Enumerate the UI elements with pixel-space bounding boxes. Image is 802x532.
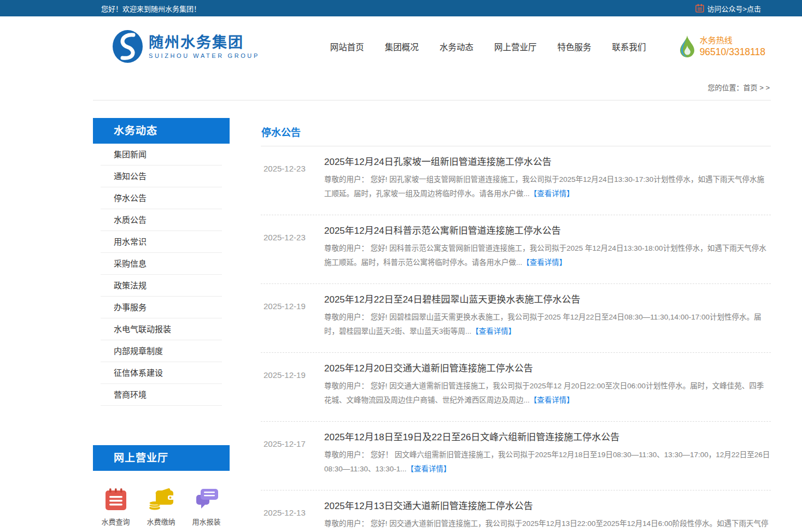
service-water-install[interactable]: 用水报装 bbox=[184, 486, 229, 527]
sidebar-item[interactable]: 内部规章制度 bbox=[101, 340, 222, 362]
notice-date: 2025-12-23 bbox=[261, 156, 324, 215]
sidebar-hall-header: 网上营业厅 bbox=[93, 445, 230, 471]
view-details-link[interactable]: 【查看详情】 bbox=[471, 327, 516, 335]
notice-title-link[interactable]: 2025年12月20日交通大道新旧管连接施工停水公告 bbox=[324, 362, 771, 375]
notice-date: 2025-12-19 bbox=[261, 362, 324, 421]
nav-item[interactable]: 特色服务 bbox=[547, 35, 601, 58]
online-hall-section: 网上营业厅 水费查询 bbox=[93, 445, 230, 532]
sidebar-item[interactable]: 征信体系建设 bbox=[101, 362, 222, 384]
welcome-message: 您好！欢迎来到随州水务集团！ bbox=[101, 3, 201, 14]
sidebar-item[interactable]: 停水公告 bbox=[101, 187, 222, 209]
site-header: 随州水务集团 SUIZHOU WATER GROUP 网站首页集团概况水务动态网… bbox=[0, 16, 802, 76]
sidebar-menu: 集团新闻通知公告停水公告水质公告用水常识采购信息政策法规办事服务水电气联动报装内… bbox=[93, 144, 230, 406]
calendar-list-icon bbox=[695, 4, 704, 13]
notice-item: 2025-12-17 2025年12月18日至19日及22日至26日文峰六组新旧… bbox=[261, 422, 771, 490]
service-bill-query[interactable]: 水费查询 bbox=[93, 486, 138, 527]
notice-summary: 尊敬的用户： 您好! 因科普示范公寓支管网新旧管道连接施工，我公司拟于2025 … bbox=[324, 241, 771, 270]
notice-item: 2025-12-23 2025年12月24日科普示范公寓新旧管道连接施工停水公告… bbox=[261, 215, 771, 284]
notice-summary: 尊敬的用户： 您好！ 因文峰六组需新旧管连接施工，我公司拟于2025年12月18… bbox=[324, 448, 771, 476]
hotline-label: 水务热线 bbox=[700, 35, 765, 46]
service-grid: 水费查询 水费缴纳 bbox=[93, 471, 230, 532]
nav-item[interactable]: 联系我们 bbox=[601, 35, 656, 58]
main-nav: 网站首页集团概况水务动态网上营业厅特色服务联系我们 bbox=[320, 35, 657, 58]
notice-item: 2025-12-19 2025年12月22日至24日碧桂园翠山蓝天更换水表施工停… bbox=[261, 284, 771, 353]
sidebar-item[interactable]: 用水常识 bbox=[101, 231, 222, 253]
breadcrumb-trail: > > bbox=[759, 84, 770, 92]
sidebar-item[interactable]: 政策法规 bbox=[101, 275, 222, 297]
sidebar-item[interactable]: 水质公告 bbox=[101, 209, 222, 231]
service-label: 用水报装 bbox=[192, 516, 220, 527]
public-account-link[interactable]: 访问公众号>点击 bbox=[695, 3, 761, 14]
nav-item[interactable]: 网站首页 bbox=[320, 35, 374, 58]
public-account-label: 访问公众号>点击 bbox=[707, 3, 761, 14]
notice-summary-text: 尊敬的用户： 您好! 因交通大道新旧管连接施工，我公司拟于2025年12月13日… bbox=[324, 519, 768, 532]
sidebar-item[interactable]: 水电气联动报装 bbox=[101, 318, 222, 340]
notice-item: 2025-12-13 2025年12月13日交通大道新旧管连接施工停水公告 尊敬… bbox=[261, 490, 771, 532]
notice-date: 2025-12-23 bbox=[261, 224, 324, 283]
sidebar-item[interactable]: 通知公告 bbox=[101, 165, 222, 187]
sidebar: 水务动态 集团新闻通知公告停水公告水质公告用水常识采购信息政策法规办事服务水电气… bbox=[93, 118, 230, 532]
notice-summary-text: 尊敬的用户： 您好! 因碧桂园翠山蓝天需更换水表施工，我公司拟于2025 年12… bbox=[324, 313, 761, 335]
nav-item[interactable]: 网上营业厅 bbox=[484, 35, 547, 58]
sidebar-news-header: 水务动态 bbox=[93, 118, 230, 144]
notice-item: 2025-12-23 2025年12月24日孔家坡一组新旧管道连接施工停水公告 … bbox=[261, 146, 771, 215]
notice-summary: 尊敬的用户： 您好! 因交通大道新旧管连接施工，我公司拟于2025年12月13日… bbox=[324, 517, 771, 532]
notice-summary-text: 尊敬的用户： 您好！ 因文峰六组需新旧管连接施工，我公司拟于2025年12月18… bbox=[324, 451, 770, 473]
site-logo[interactable]: 随州水务集团 SUIZHOU WATER GROUP bbox=[93, 29, 260, 63]
view-details-link[interactable]: 【查看详情】 bbox=[530, 396, 574, 404]
logo-icon bbox=[112, 29, 143, 63]
notice-title-link[interactable]: 2025年12月24日孔家坡一组新旧管道连接施工停水公告 bbox=[324, 156, 771, 169]
notice-title-link[interactable]: 2025年12月18日至19日及22日至26日文峰六组新旧管连接施工停水公告 bbox=[324, 431, 771, 444]
notice-title-link[interactable]: 2025年12月24日科普示范公寓新旧管道连接施工停水公告 bbox=[324, 224, 771, 238]
bill-pay-icon bbox=[147, 486, 175, 512]
sidebar-item[interactable]: 集团新闻 bbox=[101, 144, 222, 165]
notice-item: 2025-12-19 2025年12月20日交通大道新旧管连接施工停水公告 尊敬… bbox=[261, 353, 771, 422]
page-title: 停水公告 bbox=[261, 118, 771, 146]
service-bill-pay[interactable]: 水费缴纳 bbox=[138, 486, 184, 527]
nav-item[interactable]: 水务动态 bbox=[429, 35, 484, 58]
notice-date: 2025-12-13 bbox=[261, 500, 324, 532]
bill-query-icon bbox=[103, 486, 129, 512]
hotline-number: 96510/3318118 bbox=[700, 46, 765, 58]
notice-summary: 尊敬的用户： 您好! 因交通大道需新旧管连接施工，我公司拟于2025年12 月2… bbox=[324, 379, 771, 407]
logo-title: 随州水务集团 bbox=[149, 34, 260, 51]
nav-item[interactable]: 集团概况 bbox=[374, 35, 429, 58]
water-drop-icon bbox=[679, 34, 695, 58]
view-details-link[interactable]: 【查看详情】 bbox=[530, 190, 574, 198]
view-details-link[interactable]: 【查看详情】 bbox=[522, 258, 566, 267]
service-label: 水费缴纳 bbox=[147, 516, 175, 527]
notice-list: 2025-12-23 2025年12月24日孔家坡一组新旧管道连接施工停水公告 … bbox=[261, 146, 771, 532]
breadcrumb-home-link[interactable]: 首页 bbox=[744, 84, 758, 92]
notice-title-link[interactable]: 2025年12月22日至24日碧桂园翠山蓝天更换水表施工停水公告 bbox=[324, 293, 771, 306]
view-details-link[interactable]: 【查看详情】 bbox=[407, 465, 451, 473]
sidebar-item[interactable]: 采购信息 bbox=[101, 253, 222, 275]
hotline-block: 水务热线 96510/3318118 bbox=[679, 34, 771, 58]
water-install-icon bbox=[194, 486, 220, 512]
notice-title-link[interactable]: 2025年12月13日交通大道新旧管连接施工停水公告 bbox=[324, 500, 771, 513]
topbar: 您好！欢迎来到随州水务集团！ 访问公众号>点击 bbox=[0, 0, 802, 16]
notice-date: 2025-12-19 bbox=[261, 293, 324, 352]
breadcrumb: 您的位置：首页 > > bbox=[93, 76, 771, 101]
main-content: 停水公告 2025-12-23 2025年12月24日孔家坡一组新旧管道连接施工… bbox=[261, 118, 771, 532]
sidebar-item[interactable]: 办事服务 bbox=[101, 297, 222, 318]
sidebar-item[interactable]: 营商环境 bbox=[101, 384, 222, 406]
logo-subtitle: SUIZHOU WATER GROUP bbox=[149, 52, 260, 59]
service-label: 水费查询 bbox=[101, 516, 130, 527]
breadcrumb-label: 您的位置： bbox=[708, 84, 744, 92]
notice-date: 2025-12-17 bbox=[261, 431, 324, 490]
notice-summary: 尊敬的用户： 您好! 因孔家坡一组支管网新旧管道连接施工，我公司拟于2025年1… bbox=[324, 173, 771, 201]
notice-summary: 尊敬的用户： 您好! 因碧桂园翠山蓝天需更换水表施工，我公司拟于2025 年12… bbox=[324, 310, 771, 339]
